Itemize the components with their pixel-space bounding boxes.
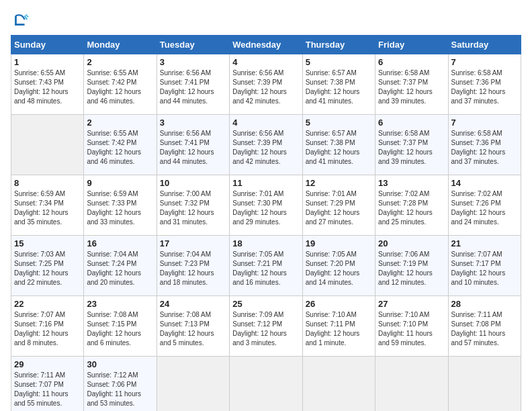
- day-info: Sunrise: 7:09 AMSunset: 7:12 PMDaylight:…: [232, 311, 287, 347]
- day-number: 11: [232, 178, 299, 188]
- day-number: 23: [87, 299, 153, 309]
- day-info: Sunrise: 6:58 AMSunset: 7:36 PMDaylight:…: [451, 69, 506, 105]
- day-info: Sunrise: 6:57 AMSunset: 7:38 PMDaylight:…: [306, 69, 360, 105]
- day-info: Sunrise: 7:04 AMSunset: 7:23 PMDaylight:…: [160, 250, 214, 286]
- col-monday: Monday: [84, 36, 157, 54]
- col-wednesday: Wednesday: [230, 36, 302, 54]
- calendar-cell: 3 Sunrise: 6:56 AMSunset: 7:41 PMDayligh…: [157, 115, 229, 175]
- day-info: Sunrise: 7:01 AMSunset: 7:29 PMDaylight:…: [306, 190, 360, 226]
- calendar-body: 1 Sunrise: 6:55 AMSunset: 7:43 PMDayligh…: [11, 54, 521, 412]
- day-info: Sunrise: 7:08 AMSunset: 7:13 PMDaylight:…: [160, 311, 214, 347]
- calendar-cell: 19 Sunrise: 7:05 AMSunset: 7:20 PMDaylig…: [302, 236, 375, 296]
- day-info: Sunrise: 7:03 AMSunset: 7:25 PMDaylight:…: [14, 250, 69, 286]
- logo-icon: [11, 11, 30, 30]
- col-friday: Friday: [375, 36, 448, 54]
- day-info: Sunrise: 7:10 AMSunset: 7:10 PMDaylight:…: [378, 311, 433, 347]
- calendar-cell: 20 Sunrise: 7:06 AMSunset: 7:19 PMDaylig…: [375, 236, 448, 296]
- day-info: Sunrise: 6:56 AMSunset: 7:41 PMDaylight:…: [160, 130, 214, 165]
- calendar-cell: 1 Sunrise: 6:55 AMSunset: 7:43 PMDayligh…: [11, 54, 84, 115]
- day-info: Sunrise: 7:00 AMSunset: 7:32 PMDaylight:…: [160, 190, 214, 226]
- calendar-cell: 21 Sunrise: 7:07 AMSunset: 7:17 PMDaylig…: [448, 236, 521, 296]
- calendar-cell: 16 Sunrise: 7:04 AMSunset: 7:24 PMDaylig…: [84, 236, 157, 296]
- calendar-cell: 17 Sunrise: 7:04 AMSunset: 7:23 PMDaylig…: [157, 236, 229, 296]
- calendar-cell: 28 Sunrise: 7:11 AMSunset: 7:08 PMDaylig…: [448, 296, 521, 357]
- day-info: Sunrise: 6:56 AMSunset: 7:39 PMDaylight:…: [232, 130, 287, 165]
- calendar-header: Sunday Monday Tuesday Wednesday Thursday…: [11, 36, 521, 54]
- day-info: Sunrise: 7:07 AMSunset: 7:17 PMDaylight:…: [451, 250, 506, 286]
- calendar-cell: 7 Sunrise: 6:58 AMSunset: 7:36 PMDayligh…: [448, 54, 521, 115]
- day-number: 25: [232, 299, 299, 309]
- calendar-cell: 30 Sunrise: 7:12 AMSunset: 7:06 PMDaylig…: [84, 357, 157, 412]
- day-info: Sunrise: 7:10 AMSunset: 7:11 PMDaylight:…: [306, 311, 360, 347]
- svg-rect-0: [11, 11, 30, 30]
- calendar-cell: 4 Sunrise: 6:56 AMSunset: 7:39 PMDayligh…: [230, 54, 302, 115]
- day-number: 17: [160, 238, 226, 248]
- day-number: 22: [14, 299, 81, 309]
- calendar-week-0: 1 Sunrise: 6:55 AMSunset: 7:43 PMDayligh…: [11, 54, 521, 115]
- day-number: 27: [378, 299, 445, 309]
- calendar-cell: 23 Sunrise: 7:08 AMSunset: 7:15 PMDaylig…: [84, 296, 157, 357]
- day-number: 10: [160, 178, 226, 188]
- calendar-week-4: 22 Sunrise: 7:07 AMSunset: 7:16 PMDaylig…: [11, 296, 521, 357]
- calendar-cell: 25 Sunrise: 7:09 AMSunset: 7:12 PMDaylig…: [230, 296, 302, 357]
- day-number: 9: [87, 178, 153, 188]
- day-number: 7: [451, 118, 518, 128]
- calendar-cell: 4 Sunrise: 6:56 AMSunset: 7:39 PMDayligh…: [230, 115, 302, 175]
- calendar-cell: 6 Sunrise: 6:58 AMSunset: 7:37 PMDayligh…: [375, 54, 448, 115]
- day-info: Sunrise: 7:07 AMSunset: 7:16 PMDaylight:…: [14, 311, 69, 347]
- calendar-cell: 12 Sunrise: 7:01 AMSunset: 7:29 PMDaylig…: [302, 175, 375, 236]
- calendar-cell: [302, 357, 375, 412]
- day-info: Sunrise: 6:58 AMSunset: 7:36 PMDaylight:…: [451, 130, 506, 165]
- calendar-cell: 26 Sunrise: 7:10 AMSunset: 7:11 PMDaylig…: [302, 296, 375, 357]
- day-number: 29: [14, 359, 81, 369]
- day-number: 24: [160, 299, 226, 309]
- calendar-week-2: 8 Sunrise: 6:59 AMSunset: 7:34 PMDayligh…: [11, 175, 521, 236]
- day-number: 20: [378, 238, 445, 248]
- calendar-cell: 10 Sunrise: 7:00 AMSunset: 7:32 PMDaylig…: [157, 175, 229, 236]
- day-info: Sunrise: 6:55 AMSunset: 7:42 PMDaylight:…: [87, 69, 141, 105]
- col-tuesday: Tuesday: [157, 36, 229, 54]
- calendar-cell: 18 Sunrise: 7:05 AMSunset: 7:21 PMDaylig…: [230, 236, 302, 296]
- day-info: Sunrise: 7:08 AMSunset: 7:15 PMDaylight:…: [87, 311, 141, 347]
- page-header: [11, 11, 521, 30]
- day-number: 21: [451, 238, 518, 248]
- calendar-cell: 15 Sunrise: 7:03 AMSunset: 7:25 PMDaylig…: [11, 236, 84, 296]
- day-number: 5: [306, 118, 372, 128]
- day-number: 15: [14, 238, 81, 248]
- col-thursday: Thursday: [302, 36, 375, 54]
- calendar-cell: 3 Sunrise: 6:56 AMSunset: 7:41 PMDayligh…: [157, 54, 229, 115]
- calendar-cell: 8 Sunrise: 6:59 AMSunset: 7:34 PMDayligh…: [11, 175, 84, 236]
- calendar-cell: 11 Sunrise: 7:01 AMSunset: 7:30 PMDaylig…: [230, 175, 302, 236]
- header-row: Sunday Monday Tuesday Wednesday Thursday…: [11, 36, 521, 54]
- day-info: Sunrise: 7:04 AMSunset: 7:24 PMDaylight:…: [87, 250, 141, 286]
- calendar-cell: 9 Sunrise: 6:59 AMSunset: 7:33 PMDayligh…: [84, 175, 157, 236]
- day-info: Sunrise: 6:57 AMSunset: 7:38 PMDaylight:…: [306, 130, 360, 165]
- day-number: 3: [160, 57, 226, 67]
- calendar-cell: 29 Sunrise: 7:11 AMSunset: 7:07 PMDaylig…: [11, 357, 84, 412]
- day-info: Sunrise: 7:06 AMSunset: 7:19 PMDaylight:…: [378, 250, 433, 286]
- calendar-cell: 22 Sunrise: 7:07 AMSunset: 7:16 PMDaylig…: [11, 296, 84, 357]
- calendar-table: Sunday Monday Tuesday Wednesday Thursday…: [11, 35, 521, 411]
- day-info: Sunrise: 6:56 AMSunset: 7:39 PMDaylight:…: [232, 69, 287, 105]
- day-info: Sunrise: 6:59 AMSunset: 7:34 PMDaylight:…: [14, 190, 69, 226]
- calendar-cell: 2 Sunrise: 6:55 AMSunset: 7:42 PMDayligh…: [84, 115, 157, 175]
- day-number: 18: [232, 238, 299, 248]
- day-info: Sunrise: 6:56 AMSunset: 7:41 PMDaylight:…: [160, 69, 214, 105]
- calendar-cell: [448, 357, 521, 412]
- day-number: 6: [378, 57, 445, 67]
- calendar-week-5: 29 Sunrise: 7:11 AMSunset: 7:07 PMDaylig…: [11, 357, 521, 412]
- day-info: Sunrise: 6:59 AMSunset: 7:33 PMDaylight:…: [87, 190, 141, 226]
- day-number: 2: [87, 118, 153, 128]
- day-info: Sunrise: 7:02 AMSunset: 7:26 PMDaylight:…: [451, 190, 506, 226]
- calendar-cell: 24 Sunrise: 7:08 AMSunset: 7:13 PMDaylig…: [157, 296, 229, 357]
- calendar-cell: [11, 115, 84, 175]
- calendar-cell: 7 Sunrise: 6:58 AMSunset: 7:36 PMDayligh…: [448, 115, 521, 175]
- col-saturday: Saturday: [448, 36, 521, 54]
- day-number: 26: [306, 299, 372, 309]
- calendar-cell: [230, 357, 302, 412]
- day-number: 3: [160, 118, 226, 128]
- day-info: Sunrise: 6:55 AMSunset: 7:43 PMDaylight:…: [14, 69, 69, 105]
- calendar-cell: 14 Sunrise: 7:02 AMSunset: 7:26 PMDaylig…: [448, 175, 521, 236]
- calendar-cell: [375, 357, 448, 412]
- day-info: Sunrise: 6:55 AMSunset: 7:42 PMDaylight:…: [87, 130, 141, 165]
